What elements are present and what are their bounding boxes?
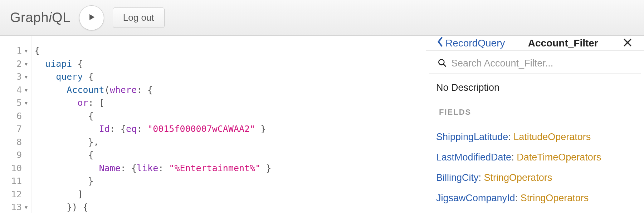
gutter-line: 5▼ [0,96,31,110]
app-root: GraphiQL Log out 1▼2▼3▼4▼5▼678910111213▼… [0,0,644,213]
doc-header: RecordQuery Account_Filter [426,36,644,51]
doc-field-type[interactable]: StringOperators [484,172,552,183]
doc-field-row: JigsawCompanyId: StringOperators [436,193,634,204]
line-number: 8 [16,136,22,149]
line-number: 1 [16,44,22,58]
fold-arrow-icon[interactable]: ▼ [24,44,28,58]
editor-gutter: 1▼2▼3▼4▼5▼678910111213▼ [0,36,31,213]
code-line[interactable]: Name: {like: "%Entertainment%" } [34,162,302,175]
code-line[interactable]: } [34,175,302,188]
doc-back-button[interactable]: RecordQuery [436,36,505,50]
code-line[interactable]: uiapi { [34,58,302,71]
play-icon [87,12,97,23]
doc-field-name[interactable]: LastModifiedDate [436,152,511,163]
code-line[interactable]: ] [34,188,302,201]
doc-fields-list: ShippingLatitude: LatitudeOperatorsLastM… [426,122,644,213]
colon: : [515,193,521,203]
doc-field-row: ShippingLatitude: LatitudeOperators [436,132,634,143]
toolbar: GraphiQL Log out [0,0,644,36]
doc-title: Account_Filter [509,38,618,49]
line-number: 12 [11,188,22,201]
line-number: 10 [11,162,22,175]
line-number: 11 [11,175,22,188]
doc-field-type[interactable]: LatitudeOperators [513,132,591,142]
chevron-left-icon [436,36,444,50]
main-split: 1▼2▼3▼4▼5▼678910111213▼ { uiapi { query … [0,36,644,213]
gutter-line: 7 [0,123,31,136]
colon: : [479,172,484,183]
code-line[interactable]: { [34,149,302,162]
gutter-line: 9 [0,149,31,162]
code-line[interactable]: { [34,44,302,58]
doc-close-button[interactable] [621,37,634,50]
code-line[interactable]: Account(where: { [34,84,302,97]
doc-field-name[interactable]: JigsawCompanyId [436,193,515,203]
doc-field-name[interactable]: BillingCity [436,172,479,183]
logo-part-2: QL [52,10,70,25]
code-line[interactable]: }, [34,136,302,149]
editor-code[interactable]: { uiapi { query { Account(where: { or: [… [31,36,302,213]
code-line[interactable]: }) { [34,201,302,213]
code-line[interactable]: Id: {eq: "0015f000007wCAWAA2" } [34,123,302,136]
doc-search-input[interactable] [451,58,633,69]
search-icon [438,58,447,69]
logo-part-i: i [49,10,52,25]
line-number: 9 [16,149,22,162]
doc-field-type[interactable]: DateTimeOperators [517,152,601,163]
doc-fields-label: FIELDS [429,104,641,122]
doc-field-row: BillingCity: StringOperators [436,172,634,183]
fold-arrow-icon[interactable]: ▼ [24,96,28,110]
gutter-line: 8 [0,136,31,149]
fold-arrow-icon[interactable]: ▼ [24,58,28,71]
gutter-line: 1▼ [0,44,31,58]
colon: : [508,132,513,142]
run-query-button[interactable] [79,5,104,30]
gutter-line: 12 [0,188,31,201]
gutter-line: 3▼ [0,70,31,84]
logout-button[interactable]: Log out [113,8,165,28]
colon: : [511,152,517,163]
close-icon [622,37,633,49]
line-number: 4 [16,84,22,97]
code-line[interactable]: { [34,110,302,123]
gutter-line: 4▼ [0,84,31,97]
gutter-line: 13▼ [0,201,31,213]
line-number: 5 [16,96,22,110]
code-line[interactable]: or: [ [34,96,302,110]
gutter-line: 2▼ [0,58,31,71]
fold-arrow-icon[interactable]: ▼ [24,201,28,213]
logo: GraphiQL [10,10,70,25]
fold-arrow-icon[interactable]: ▼ [24,84,28,97]
logo-part-1: Graph [10,10,49,25]
doc-explorer: RecordQuery Account_Filter No Descriptio… [426,36,644,213]
doc-description: No Description [426,74,644,104]
query-editor[interactable]: 1▼2▼3▼4▼5▼678910111213▼ { uiapi { query … [0,36,302,213]
gutter-line: 6 [0,110,31,123]
gutter-line: 10 [0,162,31,175]
doc-search[interactable] [429,51,641,74]
doc-back-label: RecordQuery [445,38,505,49]
line-number: 6 [16,110,22,123]
doc-field-type[interactable]: StringOperators [521,193,589,203]
line-number: 13 [11,201,22,213]
line-number: 3 [16,70,22,84]
gutter-line: 11 [0,175,31,188]
fold-arrow-icon[interactable]: ▼ [24,70,28,84]
code-line[interactable]: query { [34,70,302,84]
doc-field-row: LastModifiedDate: DateTimeOperators [436,152,634,163]
line-number: 7 [16,123,22,136]
results-pane [302,36,426,213]
doc-field-name[interactable]: ShippingLatitude [436,132,508,142]
line-number: 2 [16,58,22,71]
